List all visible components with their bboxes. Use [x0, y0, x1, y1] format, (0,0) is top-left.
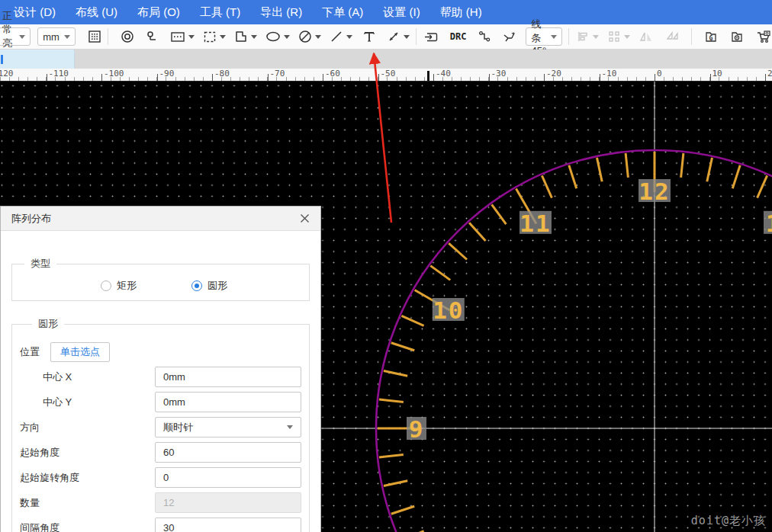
- close-icon: [300, 213, 310, 223]
- ruler-label: -100: [104, 69, 124, 79]
- svg-text:12: 12: [639, 178, 670, 205]
- line-mode-select[interactable]: 线条45°: [526, 27, 562, 46]
- dropdown-caret-icon: [624, 35, 630, 39]
- import-icon: [423, 29, 439, 44]
- drc-button[interactable]: DRC: [450, 27, 467, 46]
- dropdown-caret-icon[interactable]: [284, 35, 290, 39]
- menu-item-0[interactable]: 设计 (D): [14, 5, 56, 20]
- text-tool-button[interactable]: [362, 27, 377, 46]
- clock-number-9[interactable]: 9: [407, 415, 426, 443]
- dimension-tool-button[interactable]: [386, 27, 401, 46]
- menu-item-5[interactable]: 下单 (A): [322, 5, 363, 20]
- clock-ticks[interactable]: [378, 152, 772, 532]
- ruler-major-tick: [101, 74, 102, 81]
- route-icon: [477, 29, 492, 44]
- cart-icon: [755, 29, 772, 44]
- direction-select[interactable]: 顺时针: [155, 417, 301, 437]
- polygon-icon: [233, 29, 249, 44]
- ruler-label: -30: [491, 69, 507, 79]
- ruler-major-tick: [710, 74, 711, 81]
- selection-area-tool-button[interactable]: [202, 27, 217, 46]
- clock-arc[interactable]: [376, 150, 772, 532]
- dialog-close-button[interactable]: [300, 213, 310, 223]
- ruler-label: -20: [546, 69, 561, 79]
- ruler-major-tick: [47, 74, 47, 81]
- ruler-label: -110: [49, 69, 69, 79]
- menu-item-1[interactable]: 布线 (U): [76, 5, 117, 20]
- ruler-major-tick: [378, 74, 379, 81]
- mirror-horizontal-icon: [638, 29, 655, 44]
- ruler-label: -80: [214, 69, 230, 79]
- menu-item-7[interactable]: 帮助 (H): [440, 5, 482, 20]
- dialog-titlebar[interactable]: 阵列分布: [1, 207, 320, 231]
- menu-bar: 设计 (D)布线 (U)布局 (O)工具 (T)导出 (R)下单 (A)设置 (…: [0, 0, 772, 24]
- clock-number-12[interactable]: 12: [639, 178, 671, 205]
- menu-item-3[interactable]: 工具 (T): [200, 5, 240, 20]
- interval-angle-input[interactable]: [155, 518, 301, 532]
- clock-numbers[interactable]: 123456789101112: [407, 178, 772, 532]
- center-y-input[interactable]: [155, 392, 301, 412]
- polygon-tool-button[interactable]: [233, 27, 249, 46]
- route-tool-button[interactable]: [477, 27, 492, 46]
- dropdown-caret-icon[interactable]: [315, 35, 321, 39]
- dotted-rect-icon: [169, 29, 186, 44]
- ruler-major-tick: [157, 74, 158, 81]
- via-tool-button[interactable]: [120, 27, 135, 46]
- tab-accent-mark: [1, 55, 3, 64]
- unit-select[interactable]: mm: [37, 27, 76, 46]
- direction-label: 方向: [20, 421, 40, 434]
- clock-number-1[interactable]: 1: [764, 210, 772, 237]
- menu-item-6[interactable]: 设置 (I): [383, 5, 420, 20]
- coordinate-export-button[interactable]: [729, 27, 745, 46]
- order-cart-button[interactable]: [755, 27, 772, 46]
- grid-settings-button[interactable]: [88, 27, 101, 46]
- chevron-down-icon: [287, 425, 293, 429]
- pick-point-button[interactable]: 单击选点: [50, 342, 110, 362]
- dropdown-caret-icon[interactable]: [346, 35, 352, 39]
- line-tool-button[interactable]: [329, 27, 344, 46]
- import-button[interactable]: [423, 27, 439, 46]
- direction-select-value: 顺时针: [163, 421, 193, 434]
- keepout-circle-icon: [298, 29, 313, 44]
- svg-text:G: G: [709, 35, 713, 42]
- menu-item-4[interactable]: 导出 (R): [260, 5, 302, 20]
- ruler-major-tick: [765, 74, 766, 81]
- radio-checked-icon: [191, 280, 202, 291]
- ellipse-tool-button[interactable]: [265, 27, 281, 46]
- radio-option-rectangle[interactable]: 矩形: [101, 279, 137, 293]
- radio-icon: [101, 280, 111, 291]
- document-tab[interactable]: [0, 50, 75, 69]
- start-rotation-input[interactable]: [155, 467, 301, 488]
- count-label: 数量: [20, 496, 40, 510]
- radio-option-circle[interactable]: 圆形: [191, 279, 227, 293]
- mirror-vertical-icon: [664, 29, 680, 44]
- clock-number-10[interactable]: 10: [433, 296, 465, 324]
- mirror-horizontal-button: [638, 27, 655, 46]
- dropdown-caret-icon[interactable]: [220, 35, 226, 39]
- center-x-input[interactable]: [155, 367, 301, 387]
- gerber-export-button[interactable]: G: [703, 27, 719, 46]
- coordinate-file-icon: [729, 29, 745, 44]
- dropdown-caret-icon[interactable]: [188, 35, 195, 39]
- ruler-label: -10: [602, 69, 617, 79]
- start-angle-input[interactable]: [155, 442, 301, 463]
- count-input: [155, 492, 301, 513]
- route-angle-tool-button[interactable]: [501, 27, 516, 46]
- align-button: [575, 27, 590, 46]
- dropdown-caret-icon[interactable]: [404, 35, 410, 39]
- gerber-file-icon: G: [703, 29, 719, 44]
- drc-label: DRC: [450, 31, 467, 42]
- pin-tool-button[interactable]: [145, 27, 160, 46]
- interval-angle-label: 间隔角度: [20, 521, 60, 532]
- keepout-tool-button[interactable]: [298, 27, 313, 46]
- menu-item-2[interactable]: 布局 (O): [137, 5, 180, 20]
- circle-group: 圆形 位置 单击选点 中心 X 中心 Y 方向 顺时针: [11, 317, 310, 532]
- dropdown-caret-icon[interactable]: [251, 35, 257, 39]
- brightness-select[interactable]: 正常亮度: [0, 27, 31, 46]
- clock-number-11[interactable]: 11: [519, 210, 552, 237]
- array-distribution-dialog: 阵列分布 类型 矩形 圆形 圆形: [0, 206, 321, 532]
- board-outline-tool-button[interactable]: [169, 27, 186, 46]
- dimension-icon: [386, 29, 401, 44]
- ruler-label: -120: [0, 69, 14, 79]
- ruler-label: -40: [436, 69, 451, 79]
